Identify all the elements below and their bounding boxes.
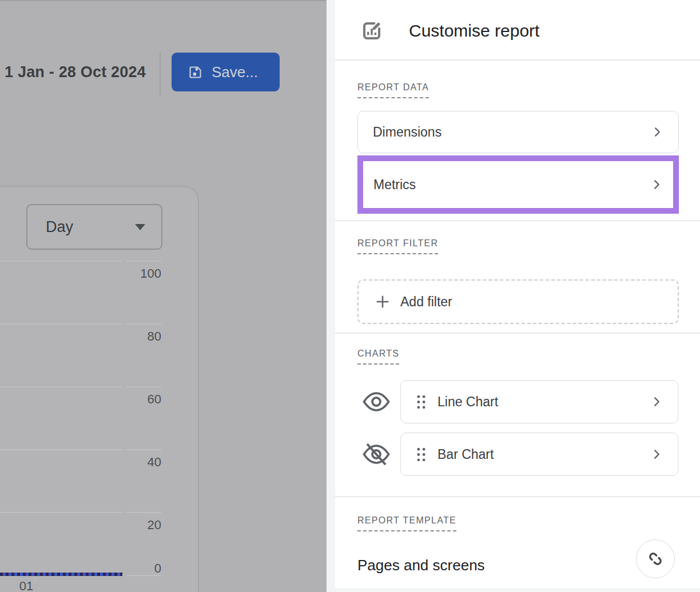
- visibility-off-icon[interactable]: [363, 442, 390, 466]
- divider: [335, 333, 700, 334]
- gridline-100: [0, 261, 122, 262]
- panel-scrollbar-track[interactable]: [327, 0, 335, 592]
- panel-footer-strip: [335, 589, 700, 592]
- report-data-heading: REPORT DATA: [357, 82, 429, 98]
- line-chart-button[interactable]: Line Chart: [400, 380, 678, 423]
- divider: [335, 220, 700, 221]
- chevron-right-icon: [650, 448, 663, 461]
- x-axis-label: 01: [13, 579, 40, 592]
- visibility-on-icon[interactable]: [363, 392, 390, 411]
- edit-report-icon: [360, 18, 383, 43]
- plus-icon: [375, 294, 391, 310]
- chart-line-series: [0, 573, 122, 576]
- line-chart-label: Line Chart: [438, 394, 639, 410]
- y-axis-label: 80: [110, 329, 161, 344]
- chevron-right-icon: [651, 126, 663, 138]
- toolbar-divider: [160, 51, 161, 96]
- unlink-template-button[interactable]: [636, 539, 675, 578]
- gridline-60: [0, 386, 122, 387]
- gridline-20-tick: [127, 512, 161, 513]
- bar-chart-label: Bar Chart: [438, 447, 639, 462]
- bar-chart-button[interactable]: Bar Chart: [400, 433, 678, 476]
- gridline-40: [0, 449, 122, 450]
- add-filter-label: Add filter: [400, 294, 452, 310]
- dimensions-button[interactable]: Dimensions: [357, 111, 679, 153]
- divider: [335, 496, 700, 497]
- save-icon: [188, 65, 203, 80]
- add-filter-button[interactable]: Add filter: [357, 279, 679, 324]
- save-button[interactable]: Save...: [172, 53, 280, 91]
- divider: [335, 59, 700, 61]
- save-button-label: Save...: [212, 63, 258, 81]
- gridline-80: [0, 323, 122, 325]
- gridline-20: [0, 512, 122, 513]
- y-axis-label: 60: [110, 392, 161, 407]
- metrics-button-highlighted[interactable]: Metrics: [357, 155, 679, 214]
- drag-handle-icon: [416, 447, 427, 462]
- panel-title: Customise report: [409, 19, 539, 42]
- chevron-right-icon: [650, 178, 663, 191]
- y-axis-label: 100: [110, 266, 161, 281]
- charts-heading: CHARTS: [357, 349, 399, 365]
- template-name: Pages and screens: [357, 557, 485, 574]
- granularity-dropdown[interactable]: Day: [26, 204, 162, 250]
- y-axis-label: 20: [110, 518, 161, 533]
- screenshot-root: 1 Jan - 28 Oct 2024 Save... Day 100 80 6…: [0, 0, 700, 592]
- gridline-100-tick: [127, 261, 161, 262]
- gridline-40-tick: [127, 449, 161, 450]
- gridline-60-tick: [127, 386, 161, 387]
- top-border: [0, 0, 327, 1]
- dropdown-caret-icon: [135, 224, 145, 230]
- dimensions-label: Dimensions: [373, 125, 651, 140]
- granularity-dropdown-value: Day: [46, 218, 73, 236]
- chevron-right-icon: [650, 395, 663, 408]
- gridline-80-tick: [127, 323, 161, 325]
- drag-handle-icon: [416, 394, 427, 410]
- y-axis-label: 40: [110, 455, 161, 470]
- metrics-label: Metrics: [373, 177, 650, 193]
- report-template-heading: REPORT TEMPLATE: [357, 515, 456, 531]
- date-range[interactable]: 1 Jan - 28 Oct 2024: [5, 63, 146, 81]
- report-filter-heading: REPORT FILTER: [357, 238, 438, 254]
- unlink-icon: [646, 549, 665, 569]
